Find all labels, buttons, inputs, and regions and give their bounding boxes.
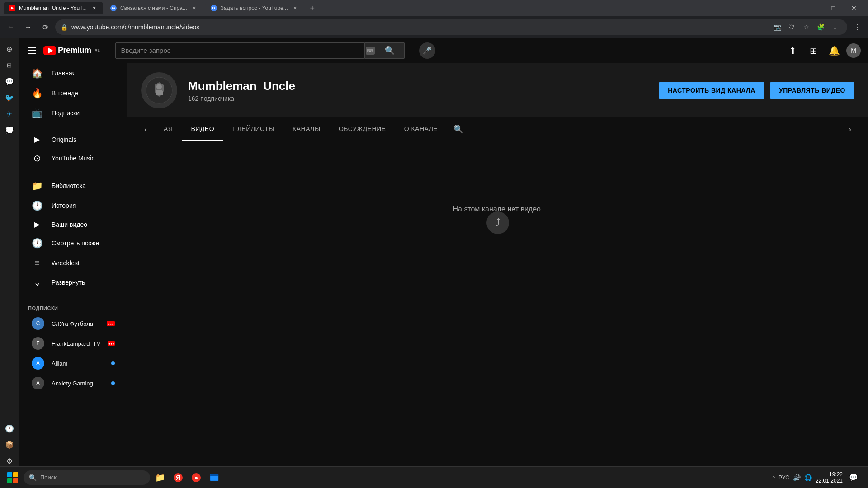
content-area: Mumbleman_Uncle 162 подписчика НАСТРОИТЬ…: [127, 63, 868, 488]
account-button[interactable]: M: [846, 43, 861, 58]
channel-header: Mumbleman_Uncle 162 подписчика НАСТРОИТЬ…: [127, 63, 868, 117]
play-icon: [48, 47, 53, 54]
sidebar-item-music[interactable]: ⊙ YouTube Music: [23, 148, 124, 168]
tab-1-title: Mumbleman_Uncle - YouT...: [19, 5, 87, 11]
sidebar-divider-1: [26, 127, 120, 127]
extensions-menu-button[interactable]: ⋮: [850, 20, 864, 34]
url-text: www.youtube.com/c/mumblemanuncle/videos: [71, 23, 767, 31]
svg-text:●: ●: [194, 474, 198, 481]
system-clock[interactable]: 19:22 22.01.2021: [816, 471, 843, 484]
search-button[interactable]: 🔍: [376, 42, 405, 59]
taskbar: 🔍 Поиск 📁 Я ● ^ РУС 🔊 🌐 19:22 22.01.2021: [0, 466, 868, 488]
sidebar-icon-telegram[interactable]: ✈: [2, 107, 17, 121]
customize-channel-button[interactable]: НАСТРОИТЬ ВИД КАНАЛА: [659, 82, 764, 99]
subscription-item-3[interactable]: A Alliam: [23, 353, 124, 373]
history-icon: 🕐: [32, 200, 42, 211]
taskbar-file-explorer[interactable]: 📁: [152, 469, 168, 486]
reload-button[interactable]: ⟳: [38, 20, 52, 34]
extension-icon[interactable]: 🧩: [814, 20, 827, 34]
download-icon[interactable]: ↓: [828, 20, 842, 34]
manage-videos-button[interactable]: УПРАВЛЯТЬ ВИДЕО: [770, 82, 854, 99]
volume-icon[interactable]: 🔊: [793, 474, 801, 481]
tab-videos[interactable]: ВИДЕО: [182, 117, 223, 141]
taskbar-yandex-browser-2[interactable]: ●: [188, 469, 204, 486]
sidebar-item-watch-later[interactable]: 🕐 Смотреть позже: [23, 233, 124, 253]
tab-home[interactable]: АЯ: [155, 117, 182, 141]
tab-2-close[interactable]: ✕: [191, 5, 198, 12]
maximize-button[interactable]: □: [823, 0, 844, 16]
taskbar-windows-explorer[interactable]: [206, 469, 222, 486]
apps-button[interactable]: ⊞: [805, 42, 822, 59]
screen-capture-icon[interactable]: 📷: [770, 20, 784, 34]
sidebar-icon-tab[interactable]: ⊞: [2, 58, 17, 72]
address-actions: 📷 🛡 ☆ 🧩 ↓: [770, 20, 842, 34]
tab-1[interactable]: Mumbleman_Uncle - YouT... ✕: [4, 2, 103, 14]
subscription-avatar-1: С: [32, 317, 44, 330]
subscription-avatar-4: A: [32, 377, 44, 389]
voice-search-button[interactable]: 🎤: [419, 42, 435, 59]
clock-time: 19:22: [829, 471, 843, 478]
videos-section: ⤴ На этом канале нет видео.: [127, 141, 868, 277]
sidebar-item-trending[interactable]: 🔥 В тренде: [23, 83, 124, 103]
tab-3[interactable]: G Задать вопрос - YouTube... ✕: [205, 2, 304, 14]
sidebar-icon-whatsapp[interactable]: 💬: [2, 74, 17, 89]
tab-2[interactable]: G Связаться с нами - Спра... ✕: [105, 2, 203, 14]
sidebar-icon-top[interactable]: ⊕: [2, 42, 17, 56]
start-button[interactable]: [4, 469, 22, 487]
header-actions: ⬆ ⊞ 🔔 M: [784, 42, 861, 59]
upload-button[interactable]: ⬆: [784, 42, 801, 59]
taskbar-search[interactable]: 🔍 Поиск: [24, 470, 150, 485]
tab-playlists[interactable]: ПЛЕЙЛИСТЫ: [223, 117, 283, 141]
hamburger-menu[interactable]: [26, 46, 38, 56]
sidebar-icon-box[interactable]: 📦: [2, 437, 17, 452]
youtube-logo[interactable]: Premium RU: [43, 46, 101, 55]
channel-info: Mumbleman_Uncle 162 подписчика: [188, 79, 648, 102]
sidebar-item-originals[interactable]: ▶ Originals: [23, 131, 124, 148]
tabs-prev-arrow[interactable]: ‹: [137, 117, 155, 141]
sidebar-item-history[interactable]: 🕐 История: [23, 196, 124, 216]
sidebar-icon-chat[interactable]: 💭: [2, 123, 17, 137]
minimize-button[interactable]: —: [802, 0, 823, 16]
shield-icon[interactable]: 🛡: [785, 20, 798, 34]
tab-channels[interactable]: КАНАЛЫ: [283, 117, 330, 141]
forward-button[interactable]: →: [21, 20, 35, 34]
sidebar-item-wreckfest[interactable]: ≡ Wreckfest: [23, 253, 124, 272]
language-indicator[interactable]: РУС: [778, 474, 789, 481]
subscription-item-2[interactable]: F FrankLampard_TV ●●●: [23, 333, 124, 353]
sidebar-item-subscriptions[interactable]: 📺 Подписки: [23, 103, 124, 123]
svg-text:Я: Я: [176, 474, 180, 481]
sidebar-item-your-videos[interactable]: ▶ Ваши видео: [23, 216, 124, 233]
tab-about[interactable]: О КАНАЛЕ: [395, 117, 447, 141]
sidebar-divider-2: [26, 172, 120, 172]
sidebar-item-library[interactable]: 📁 Библиотека: [23, 176, 124, 196]
tab-3-close[interactable]: ✕: [292, 5, 299, 12]
search-input[interactable]: Введите запрос: [115, 42, 365, 59]
notifications-button[interactable]: 🔔: [826, 42, 843, 59]
new-tab-button[interactable]: +: [306, 2, 319, 14]
tab-2-title: Связаться с нами - Спра...: [120, 5, 187, 11]
address-bar[interactable]: 🔒 www.youtube.com/c/mumblemanuncle/video…: [55, 19, 847, 35]
clock-date: 22.01.2021: [816, 478, 843, 484]
network-icon[interactable]: 🌐: [804, 474, 812, 481]
subscriptions-icon: 📺: [32, 108, 42, 118]
live-badge-1: ●●●: [107, 321, 115, 326]
tab-1-close[interactable]: ✕: [90, 5, 98, 12]
close-button[interactable]: ✕: [844, 0, 864, 16]
sidebar-icon-messenger[interactable]: 🐦: [2, 90, 17, 105]
taskbar-yandex-browser[interactable]: Я: [170, 469, 186, 486]
notification-center-button[interactable]: 💬: [846, 470, 861, 485]
hidden-icons[interactable]: ^: [773, 475, 775, 480]
subscription-item-1[interactable]: С СЛУга Футбола ●●●: [23, 314, 124, 333]
bookmark-star-icon[interactable]: ☆: [799, 20, 813, 34]
sidebar-icon-history[interactable]: 🕐: [2, 421, 17, 436]
originals-icon: ▶: [32, 135, 42, 144]
window-controls: — □ ✕: [802, 0, 864, 16]
back-button[interactable]: ←: [4, 20, 18, 34]
subscription-item-4[interactable]: A Anxiety Gaming: [23, 373, 124, 393]
sidebar-item-home[interactable]: 🏠 Главная: [23, 63, 124, 83]
live-badge-2: ●●●: [108, 341, 115, 346]
sidebar-item-expand[interactable]: ⌄ Развернуть: [23, 272, 124, 292]
tabs-next-arrow[interactable]: ›: [841, 117, 859, 141]
tab-discussion[interactable]: ОБСУЖДЕНИЕ: [330, 117, 395, 141]
channel-search-button[interactable]: 🔍: [450, 121, 467, 137]
